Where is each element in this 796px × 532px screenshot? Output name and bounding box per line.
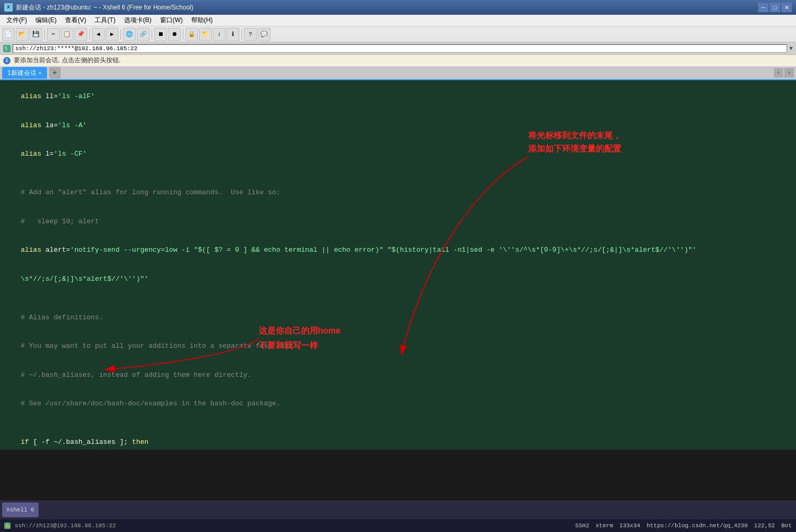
tab-new-session[interactable]: 1新建会话 ×: [2, 67, 47, 79]
statusbar-lock-icon: 🔒: [4, 522, 11, 529]
toolbar-stop[interactable]: ⏹: [154, 28, 167, 41]
tab-nav-left-btn[interactable]: ‹: [774, 68, 783, 78]
svg-text:S: S: [5, 46, 7, 51]
toolbar-sep3: [120, 29, 121, 40]
status-terminal: xterm: [596, 522, 613, 529]
menu-edit[interactable]: 编辑(E): [31, 15, 61, 26]
term-line-blank1: [4, 169, 792, 178]
minimize-button[interactable]: ─: [758, 3, 769, 12]
term-line-blank2: [4, 293, 792, 303]
terminal-content[interactable]: alias ll='ls -alF' alias la='ls -A' alia…: [0, 80, 796, 450]
info-message: 要添加当前会话, 点击左侧的箭头按钮.: [14, 56, 120, 65]
taskbar-xshell[interactable]: Xshell 6: [2, 502, 39, 517]
info-icon: i: [3, 57, 11, 64]
tab-add-button[interactable]: +: [49, 67, 61, 79]
term-line-comment1: # Add an "alert" alias for long running …: [4, 178, 792, 207]
menu-help[interactable]: 帮助(H): [187, 15, 217, 26]
toolbar-connect[interactable]: 🔗: [137, 28, 149, 41]
close-button[interactable]: ✕: [781, 3, 792, 12]
toolbar-info[interactable]: ℹ: [227, 28, 239, 41]
toolbar-paste[interactable]: 📌: [74, 28, 87, 41]
tab-navigation: ‹ ›: [774, 68, 794, 78]
status-mode: Bot: [781, 522, 792, 529]
term-line-3: alias l='ls -CF': [4, 140, 792, 169]
toolbar-copy[interactable]: 📋: [61, 28, 73, 41]
term-line-comment2: # sleep 10; alert: [4, 207, 792, 236]
menubar: 文件(F) 编辑(E) 查看(V) 工具(T) 选项卡(B) 窗口(W) 帮助(…: [0, 15, 796, 26]
status-position: 122,52: [754, 522, 775, 529]
taskbar-label: Xshell 6: [6, 507, 34, 513]
toolbar-help[interactable]: ?: [244, 28, 257, 41]
address-dropdown-icon[interactable]: ▼: [789, 45, 793, 52]
toolbar-record[interactable]: ⏺: [168, 28, 181, 41]
status-size: 133x34: [620, 522, 641, 529]
statusbar-right: SSH2 xterm 133x34 https://blog.csdn.net/…: [575, 522, 792, 529]
menu-window[interactable]: 窗口(W): [156, 15, 187, 26]
statusbar: 🔒 ssh://zh123@192.168.96.185:22 SSH2 xte…: [0, 519, 796, 532]
toolbar-chat[interactable]: 💬: [258, 28, 270, 41]
toolbar-save[interactable]: 💾: [30, 28, 42, 41]
toolbar-sep6: [241, 29, 242, 40]
infobar: i 要添加当前会话, 点击左侧的箭头按钮.: [0, 55, 796, 66]
status-url: https://blog.csdn.net/qq_4230: [647, 522, 747, 529]
maximize-button[interactable]: □: [770, 3, 780, 12]
term-line-alias-alert: alias alert='notify-send --urgency=low -…: [4, 236, 792, 265]
address-field[interactable]: ssh://zh123:*****@192.168.96.185:22: [13, 44, 787, 53]
toolbar-sftp[interactable]: 📁: [199, 28, 212, 41]
toolbar-transfer[interactable]: ↕: [213, 28, 226, 41]
toolbar-sep5: [183, 29, 183, 40]
term-line-2: alias la='ls -A': [4, 111, 792, 140]
term-line-if1: if [ -f ~/.bash_aliases ]; then: [4, 428, 792, 450]
tab-close-icon[interactable]: ×: [39, 70, 42, 76]
toolbar-globe[interactable]: 🌐: [123, 28, 136, 41]
titlebar-controls: ─ □ ✕: [758, 3, 792, 12]
statusbar-address: ssh://zh123@192.168.96.185:22: [15, 522, 116, 529]
tab-label: 1新建会话: [7, 69, 36, 78]
toolbar-cut[interactable]: ✂: [47, 28, 60, 41]
ssh-icon: S: [3, 45, 11, 52]
window-title: 新建会话 - zh123@ubuntu: ~ - Xshell 6 (Free …: [16, 3, 193, 12]
addressbar: S ssh://zh123:*****@192.168.96.185:22 ▼: [0, 42, 796, 55]
term-line-1: alias ll='ls -alF': [4, 82, 792, 111]
toolbar-nav-right[interactable]: ▶: [106, 28, 118, 41]
toolbar-open[interactable]: 📂: [16, 28, 29, 41]
titlebar: X 新建会话 - zh123@ubuntu: ~ - Xshell 6 (Fre…: [0, 0, 796, 15]
term-line-comment3: # Alias definitions.: [4, 303, 792, 332]
term-line-wrap1: \s*//;s/[;&|]\s*alert$//'\'')"': [4, 265, 792, 294]
toolbar-sep4: [152, 29, 152, 40]
toolbar-lock[interactable]: 🔒: [185, 28, 198, 41]
taskbar: Xshell 6: [0, 500, 796, 519]
term-line-comment6: # See /usr/share/doc/bash-doc/examples i…: [4, 390, 792, 419]
menu-tools[interactable]: 工具(T): [90, 15, 119, 26]
toolbar-sep2: [89, 29, 90, 40]
menu-file[interactable]: 文件(F): [2, 15, 31, 26]
term-line-comment4: # You may want to put all your additions…: [4, 332, 792, 361]
term-line-blank3: [4, 419, 792, 428]
titlebar-left: X 新建会话 - zh123@ubuntu: ~ - Xshell 6 (Fre…: [4, 3, 193, 12]
tabbar: 1新建会话 × + ‹ ›: [0, 66, 796, 80]
tab-nav-right-btn[interactable]: ›: [784, 68, 794, 78]
status-ssh: SSH2: [575, 522, 589, 529]
toolbar: 📄 📂 💾 ✂ 📋 📌 ◀ ▶ 🌐 🔗 ⏹ ⏺ 🔒 📁 ↕ ℹ ? 💬: [0, 26, 796, 42]
menu-view[interactable]: 查看(V): [61, 15, 90, 26]
toolbar-new[interactable]: 📄: [2, 28, 15, 41]
toolbar-nav-left[interactable]: ◀: [92, 28, 105, 41]
statusbar-left: 🔒 ssh://zh123@192.168.96.185:22: [4, 522, 116, 529]
term-line-comment5: # ~/.bash_aliases, instead of adding the…: [4, 360, 792, 390]
xshell-icon: X: [4, 3, 13, 12]
menu-tabs[interactable]: 选项卡(B): [120, 15, 156, 26]
toolbar-sep1: [44, 29, 45, 40]
